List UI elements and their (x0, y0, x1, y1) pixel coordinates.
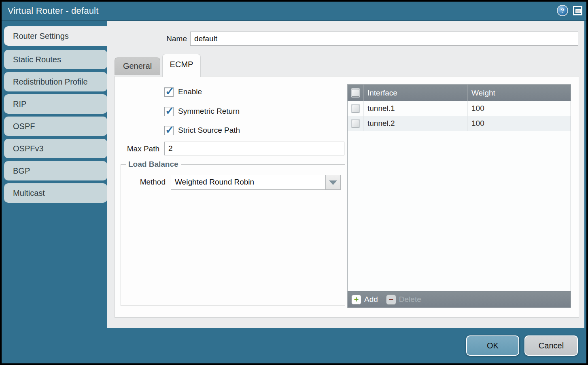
chevron-down-icon[interactable] (325, 175, 340, 189)
help-icon[interactable]: ? (558, 6, 567, 15)
check-icon: ✓ (165, 123, 174, 136)
sidebar-item-multicast[interactable]: Multicast (4, 183, 107, 203)
add-label: Add (364, 295, 378, 304)
name-label: Name (144, 34, 187, 43)
interface-cell: tunnel.2 (364, 116, 468, 131)
sidebar-item-redistribution-profile[interactable]: Redistribution Profile (4, 72, 107, 91)
delete-label: Delete (399, 295, 421, 304)
sidebar-item-ospf[interactable]: OSPF (4, 117, 107, 136)
title-bar: Virtual Router - default ? (2, 2, 586, 21)
sidebar-item-rip[interactable]: RIP (4, 94, 107, 114)
window-restore-icon[interactable] (573, 6, 582, 15)
enable-checkbox[interactable]: ✓ (164, 87, 174, 97)
table-empty-area (348, 131, 571, 291)
dialog-title: Virtual Router - default (8, 6, 99, 16)
tab-general[interactable]: General (115, 57, 160, 75)
interface-cell: tunnel.1 (364, 101, 468, 116)
symmetric-return-row: ✓ Symmetric Return (164, 106, 240, 116)
row-checkbox-cell (348, 101, 364, 116)
sidebar-item-ospfv3[interactable]: OSPFv3 (4, 139, 107, 158)
sidebar-item-static-routes[interactable]: Static Routes (4, 50, 107, 69)
main-panel: Name General ECMP ✓ Enable ✓ Symmetric R… (107, 21, 584, 328)
interface-column-header: Interface (364, 85, 468, 101)
ecmp-tab-panel: ✓ Enable ✓ Symmetric Return ✓ Strict Sou… (115, 76, 579, 318)
titlebar-icons: ? (558, 6, 582, 15)
minus-icon: − (386, 295, 396, 305)
enable-row: ✓ Enable (164, 87, 202, 97)
method-selected-value: Weighted Round Robin (175, 178, 254, 187)
table-footer: + Add − Delete (348, 291, 571, 308)
sidebar-item-router-settings[interactable]: Router Settings (4, 26, 107, 46)
cancel-button[interactable]: Cancel (524, 335, 578, 356)
load-balance-fieldset: Load Balance Method Weighted Round Robin (121, 164, 345, 306)
interface-table: Interface Weight tunnel.1 100 tunnel.2 1… (347, 84, 571, 308)
weight-column-header: Weight (468, 85, 571, 101)
select-all-checkbox[interactable] (352, 89, 359, 97)
method-label: Method (121, 178, 166, 187)
dialog-body: Virtual Router - default ? Router Settin… (2, 2, 586, 363)
table-header: Interface Weight (348, 85, 571, 101)
strict-source-path-checkbox[interactable]: ✓ (164, 126, 174, 135)
row-checkbox[interactable] (352, 105, 359, 112)
sidebar-item-bgp[interactable]: BGP (4, 161, 107, 180)
max-path-label: Max Path (115, 144, 159, 153)
strict-source-path-label: Strict Source Path (178, 126, 240, 135)
check-icon: ✓ (165, 85, 174, 98)
method-dropdown[interactable]: Weighted Round Robin (171, 175, 341, 190)
header-checkbox-cell (348, 85, 364, 101)
tab-ecmp[interactable]: ECMP (162, 54, 201, 77)
table-row[interactable]: tunnel.2 100 (348, 116, 571, 131)
delete-button-disabled[interactable]: − Delete (386, 295, 421, 305)
plus-icon: + (351, 295, 361, 305)
add-button[interactable]: + Add (351, 295, 378, 305)
symmetric-return-checkbox[interactable]: ✓ (164, 107, 174, 116)
weight-cell: 100 (468, 104, 571, 113)
row-checkbox-cell (348, 116, 364, 131)
weight-cell: 100 (468, 119, 571, 128)
ok-button[interactable]: OK (466, 335, 519, 356)
strict-source-path-row: ✓ Strict Source Path (164, 125, 240, 135)
symmetric-return-label: Symmetric Return (178, 107, 240, 116)
name-input[interactable] (190, 32, 578, 46)
row-checkbox[interactable] (352, 120, 359, 127)
virtual-router-dialog: Virtual Router - default ? Router Settin… (0, 0, 588, 365)
check-icon: ✓ (165, 104, 174, 117)
load-balance-legend: Load Balance (126, 160, 181, 169)
table-row[interactable]: tunnel.1 100 (348, 101, 571, 116)
max-path-input[interactable] (164, 142, 344, 155)
enable-label: Enable (178, 87, 202, 96)
